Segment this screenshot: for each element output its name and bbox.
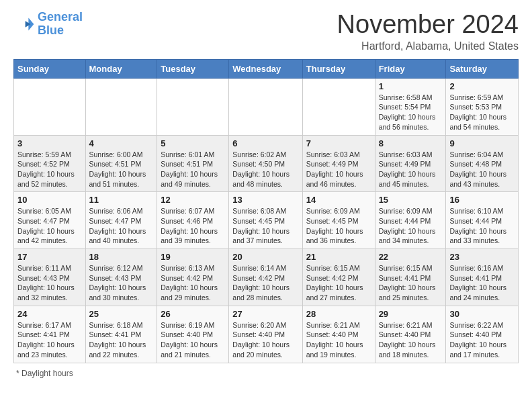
day-header-wednesday: Wednesday [229,59,302,78]
day-header-sunday: Sunday [14,59,86,78]
calendar-cell: 7Sunrise: 6:03 AM Sunset: 4:49 PM Daylig… [302,135,375,192]
day-info: Sunrise: 6:10 AM Sunset: 4:44 PM Dayligh… [449,206,515,246]
day-number: 25 [89,309,154,319]
day-info: Sunrise: 6:04 AM Sunset: 4:48 PM Dayligh… [449,150,515,189]
calendar-cell [157,78,229,135]
calendar-cell: 3Sunrise: 5:59 AM Sunset: 4:52 PM Daylig… [14,135,86,192]
calendar-cell: 4Sunrise: 6:00 AM Sunset: 4:51 PM Daylig… [85,135,157,192]
day-info: Sunrise: 5:59 AM Sunset: 4:52 PM Dayligh… [17,150,82,189]
day-number: 14 [306,195,371,205]
day-number: 27 [232,309,298,319]
footer-note: * Daylight hours [13,369,519,378]
day-info: Sunrise: 6:58 AM Sunset: 5:54 PM Dayligh… [379,93,443,132]
calendar-week-1: 1Sunrise: 6:58 AM Sunset: 5:54 PM Daylig… [14,78,519,135]
calendar-cell: 30Sunrise: 6:22 AM Sunset: 4:40 PM Dayli… [446,306,519,363]
day-info: Sunrise: 6:00 AM Sunset: 4:51 PM Dayligh… [89,150,154,189]
day-header-friday: Friday [375,59,446,78]
header-row: General Blue November 2024 Hartford, Ala… [13,11,519,52]
day-info: Sunrise: 6:21 AM Sunset: 4:40 PM Dayligh… [306,320,371,360]
day-number: 9 [449,138,515,148]
day-number: 1 [379,81,443,91]
day-header-saturday: Saturday [446,59,519,78]
day-header-thursday: Thursday [302,59,375,78]
day-number: 26 [161,309,225,319]
calendar-cell: 29Sunrise: 6:21 AM Sunset: 4:40 PM Dayli… [375,306,446,363]
day-info: Sunrise: 6:05 AM Sunset: 4:47 PM Dayligh… [17,206,82,246]
subtitle: Hartford, Alabama, United States [337,40,519,52]
day-number: 6 [232,138,298,148]
day-number: 13 [232,195,298,205]
calendar-cell: 27Sunrise: 6:20 AM Sunset: 4:40 PM Dayli… [229,306,302,363]
day-number: 12 [161,195,225,205]
day-info: Sunrise: 6:18 AM Sunset: 4:41 PM Dayligh… [89,320,154,360]
daylight-label: Daylight hours [21,369,73,378]
day-info: Sunrise: 6:07 AM Sunset: 4:46 PM Dayligh… [161,206,225,246]
calendar-cell: 10Sunrise: 6:05 AM Sunset: 4:47 PM Dayli… [14,192,86,249]
day-number: 3 [17,138,82,148]
calendar-cell: 14Sunrise: 6:09 AM Sunset: 4:45 PM Dayli… [302,192,375,249]
day-info: Sunrise: 6:09 AM Sunset: 4:44 PM Dayligh… [379,206,443,246]
calendar-cell: 2Sunrise: 6:59 AM Sunset: 5:53 PM Daylig… [446,78,519,135]
day-number: 21 [306,252,371,262]
calendar-cell: 24Sunrise: 6:17 AM Sunset: 4:41 PM Dayli… [14,306,86,363]
day-info: Sunrise: 6:17 AM Sunset: 4:41 PM Dayligh… [17,320,82,360]
calendar-cell: 11Sunrise: 6:06 AM Sunset: 4:47 PM Dayli… [85,192,157,249]
day-info: Sunrise: 6:16 AM Sunset: 4:41 PM Dayligh… [449,263,515,303]
day-number: 17 [17,252,82,262]
calendar-cell: 16Sunrise: 6:10 AM Sunset: 4:44 PM Dayli… [446,192,519,249]
day-header-tuesday: Tuesday [157,59,229,78]
calendar-cell: 20Sunrise: 6:14 AM Sunset: 4:42 PM Dayli… [229,249,302,306]
day-info: Sunrise: 6:20 AM Sunset: 4:40 PM Dayligh… [232,320,298,360]
logo-blue: Blue [38,24,83,38]
day-header-monday: Monday [85,59,157,78]
day-number: 24 [17,309,82,319]
calendar-week-2: 3Sunrise: 5:59 AM Sunset: 4:52 PM Daylig… [14,135,519,192]
day-info: Sunrise: 6:01 AM Sunset: 4:51 PM Dayligh… [161,150,225,189]
calendar-cell [229,78,302,135]
calendar-cell: 9Sunrise: 6:04 AM Sunset: 4:48 PM Daylig… [446,135,519,192]
logo-icon [13,13,35,35]
day-number: 8 [379,138,443,148]
calendar-cell [14,78,86,135]
day-number: 7 [306,138,371,148]
calendar-header: SundayMondayTuesdayWednesdayThursdayFrid… [14,59,519,78]
calendar-cell: 19Sunrise: 6:13 AM Sunset: 4:42 PM Dayli… [157,249,229,306]
day-info: Sunrise: 6:11 AM Sunset: 4:43 PM Dayligh… [17,263,82,303]
day-number: 11 [89,195,154,205]
day-info: Sunrise: 6:06 AM Sunset: 4:47 PM Dayligh… [89,206,154,246]
calendar-cell: 5Sunrise: 6:01 AM Sunset: 4:51 PM Daylig… [157,135,229,192]
day-number: 22 [379,252,443,262]
calendar-cell [85,78,157,135]
day-info: Sunrise: 6:15 AM Sunset: 4:42 PM Dayligh… [306,263,371,303]
calendar-cell: 26Sunrise: 6:19 AM Sunset: 4:40 PM Dayli… [157,306,229,363]
day-number: 23 [449,252,515,262]
day-info: Sunrise: 6:19 AM Sunset: 4:40 PM Dayligh… [161,320,225,360]
calendar-cell: 6Sunrise: 6:02 AM Sunset: 4:50 PM Daylig… [229,135,302,192]
calendar-cell: 21Sunrise: 6:15 AM Sunset: 4:42 PM Dayli… [302,249,375,306]
day-info: Sunrise: 6:13 AM Sunset: 4:42 PM Dayligh… [161,263,225,303]
day-number: 19 [161,252,225,262]
month-title: November 2024 [337,11,519,39]
calendar-cell: 23Sunrise: 6:16 AM Sunset: 4:41 PM Dayli… [446,249,519,306]
calendar-week-4: 17Sunrise: 6:11 AM Sunset: 4:43 PM Dayli… [14,249,519,306]
calendar-cell [302,78,375,135]
day-info: Sunrise: 6:14 AM Sunset: 4:42 PM Dayligh… [232,263,298,303]
day-info: Sunrise: 6:03 AM Sunset: 4:49 PM Dayligh… [306,150,371,189]
day-info: Sunrise: 6:08 AM Sunset: 4:45 PM Dayligh… [232,206,298,246]
calendar-cell: 8Sunrise: 6:03 AM Sunset: 4:49 PM Daylig… [375,135,446,192]
logo: General Blue [13,11,83,38]
day-number: 10 [17,195,82,205]
calendar-week-3: 10Sunrise: 6:05 AM Sunset: 4:47 PM Dayli… [14,192,519,249]
calendar-cell: 18Sunrise: 6:12 AM Sunset: 4:43 PM Dayli… [85,249,157,306]
title-block: November 2024 Hartford, Alabama, United … [337,11,519,52]
calendar-cell: 28Sunrise: 6:21 AM Sunset: 4:40 PM Dayli… [302,306,375,363]
day-number: 5 [161,138,225,148]
day-number: 2 [449,81,515,91]
day-number: 29 [379,309,443,319]
day-info: Sunrise: 6:59 AM Sunset: 5:53 PM Dayligh… [449,93,515,132]
day-info: Sunrise: 6:15 AM Sunset: 4:41 PM Dayligh… [379,263,443,303]
day-number: 28 [306,309,371,319]
day-info: Sunrise: 6:21 AM Sunset: 4:40 PM Dayligh… [379,320,443,360]
calendar-table: SundayMondayTuesdayWednesdayThursdayFrid… [13,59,519,363]
calendar-week-5: 24Sunrise: 6:17 AM Sunset: 4:41 PM Dayli… [14,306,519,363]
